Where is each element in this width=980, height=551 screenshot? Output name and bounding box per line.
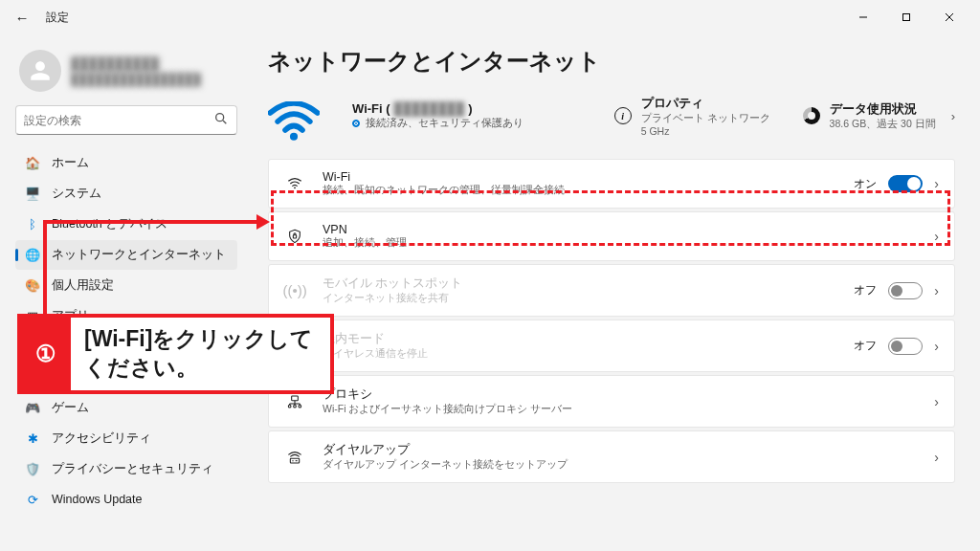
search-input[interactable] (24, 114, 213, 127)
search-box[interactable] (15, 105, 237, 135)
nav-privacy[interactable]: 🛡️プライバシーとセキュリティ (15, 454, 237, 484)
chevron-right-icon: › (934, 339, 939, 354)
item-title: プロキシ (323, 386, 572, 403)
setting-dialup[interactable]: ダイヤルアップダイヤルアップ インターネット接続をセットアップ › (268, 430, 955, 483)
avatar (19, 50, 61, 92)
annotation-callout: ① [Wi-Fi]をクリックして ください。 (17, 314, 334, 394)
bluetooth-icon: ᛒ (25, 217, 40, 232)
data-usage-block[interactable]: データ使用状況 38.6 GB、過去 30 日間 › (803, 101, 955, 131)
minimize-button[interactable] (842, 3, 884, 32)
nav-update[interactable]: ⟳Windows Update (15, 485, 237, 514)
personalize-icon: 🎨 (25, 278, 40, 294)
accessibility-icon: ✱ (25, 431, 40, 447)
annotation-text: [Wi-Fi]をクリックして ください。 (71, 318, 330, 390)
svg-point-6 (290, 133, 298, 141)
nav-label: ネットワークとインターネット (52, 247, 226, 263)
svg-rect-18 (290, 458, 299, 463)
nav-network[interactable]: 🌐ネットワークとインターネット (15, 240, 237, 270)
wifi-icon (284, 176, 305, 191)
content-area: ██████████ ████████████████ 🏠ホーム 🖥️システム … (0, 34, 980, 551)
usage-title: データ使用状況 (830, 101, 936, 118)
nav-system[interactable]: 🖥️システム (15, 179, 237, 209)
nav-home[interactable]: 🏠ホーム (15, 148, 237, 178)
wifi-icon-large (268, 90, 320, 142)
item-sub: ワイヤレス通信を停止 (323, 347, 428, 361)
properties-line1: プライベート ネットワーク (641, 112, 770, 125)
settings-window: ← 設定 ██████████ ████████████████ (0, 0, 980, 551)
chevron-right-icon: › (934, 176, 939, 191)
setting-vpn[interactable]: VPN追加、接続、管理 › (268, 211, 955, 261)
chevron-right-icon: › (934, 229, 939, 244)
back-button[interactable]: ← (10, 5, 34, 30)
item-sub: Wi-Fi およびイーサネット接続向けプロキシ サーバー (323, 403, 572, 416)
chevron-right-icon: › (934, 283, 939, 298)
user-subtext: ████████████████ (71, 73, 201, 86)
hotspot-toggle[interactable] (888, 282, 923, 299)
window-controls (842, 3, 970, 32)
setting-proxy[interactable]: プロキシWi-Fi およびイーサネット接続向けプロキシ サーバー › (268, 375, 955, 428)
wifi-toggle[interactable] (888, 175, 923, 192)
item-title: ダイヤルアップ (323, 442, 568, 458)
home-icon: 🏠 (25, 156, 40, 171)
properties-block[interactable]: i プロパティ プライベート ネットワーク 5 GHz (614, 96, 770, 137)
connection-status[interactable]: Wi-Fi (████████ ) 接続済み、セキュリティ保護あり (352, 101, 582, 130)
wifi-ssid: ████████ (394, 101, 465, 116)
page-title: ネットワークとインターネット (268, 46, 955, 77)
nav-label: ゲーム (52, 400, 89, 416)
proxy-icon (284, 394, 305, 409)
svg-point-12 (288, 405, 291, 408)
properties-title: プロパティ (641, 96, 770, 112)
toggle-state: オフ (854, 338, 877, 354)
chevron-right-icon: › (934, 450, 939, 465)
maximize-button[interactable] (885, 3, 927, 32)
privacy-icon: 🛡️ (25, 462, 40, 477)
window-title: 設定 (46, 10, 69, 26)
setting-hotspot[interactable]: ((•)) モバイル ホットスポットインターネット接続を共有 オフ› (268, 264, 955, 317)
system-icon: 🖥️ (25, 187, 40, 202)
toggle-state: オン (854, 176, 877, 192)
svg-rect-8 (293, 235, 296, 238)
nav-label: Windows Update (52, 493, 143, 506)
item-title: VPN (323, 223, 407, 236)
svg-point-13 (294, 405, 297, 408)
nav-bluetooth[interactable]: ᛒBluetooth とデバイス (15, 209, 237, 239)
setting-wifi[interactable]: Wi-Fi接続、既知のネットワークの管理、従量制課金接続 オン› (268, 159, 955, 209)
nav-label: アクセシビリティ (52, 430, 151, 447)
svg-rect-1 (903, 14, 910, 21)
svg-point-14 (299, 405, 301, 408)
hotspot-icon: ((•)) (284, 282, 305, 298)
network-status-row: Wi-Fi (████████ ) 接続済み、セキュリティ保護あり i プロパテ… (268, 90, 955, 142)
data-usage-icon (803, 107, 820, 124)
svg-line-5 (223, 121, 226, 123)
item-title: Wi-Fi (323, 170, 565, 184)
nav-game[interactable]: 🎮ゲーム (15, 393, 237, 423)
usage-detail: 38.6 GB、過去 30 日間 (830, 118, 936, 131)
nav-label: ホーム (52, 155, 89, 171)
toggle-state: オフ (854, 282, 877, 298)
item-title: 機内モード (323, 331, 428, 347)
network-icon: 🌐 (25, 248, 40, 263)
nav-label: 個人用設定 (52, 277, 114, 294)
airplane-toggle[interactable] (888, 338, 923, 355)
nav-label: システム (52, 186, 101, 202)
wifi-label: Wi-Fi ( (352, 101, 390, 116)
titlebar: ← 設定 (0, 0, 980, 34)
search-icon (213, 111, 229, 129)
user-account-row[interactable]: ██████████ ████████████████ (15, 42, 237, 105)
close-button[interactable] (928, 3, 970, 32)
chevron-right-icon: › (934, 394, 939, 409)
game-icon: 🎮 (25, 401, 40, 416)
nav-personalization[interactable]: 🎨個人用設定 (15, 271, 237, 300)
properties-line2: 5 GHz (641, 125, 770, 137)
item-sub: 接続、既知のネットワークの管理、従量制課金接続 (323, 184, 565, 197)
info-icon: i (614, 107, 632, 124)
item-sub: 追加、接続、管理 (323, 236, 407, 250)
nav-accessibility[interactable]: ✱アクセシビリティ (15, 424, 237, 453)
main-panel: ネットワークとインターネット Wi-Fi (████████ ) 接続済み、セキ… (247, 34, 980, 551)
connected-icon (352, 120, 360, 127)
dialup-icon (284, 450, 305, 465)
setting-airplane[interactable]: ✈ 機内モードワイヤレス通信を停止 オフ› (268, 320, 955, 372)
svg-rect-9 (292, 396, 299, 401)
connection-text: 接続済み、セキュリティ保護あり (366, 116, 523, 130)
user-name: ██████████ (71, 56, 201, 71)
